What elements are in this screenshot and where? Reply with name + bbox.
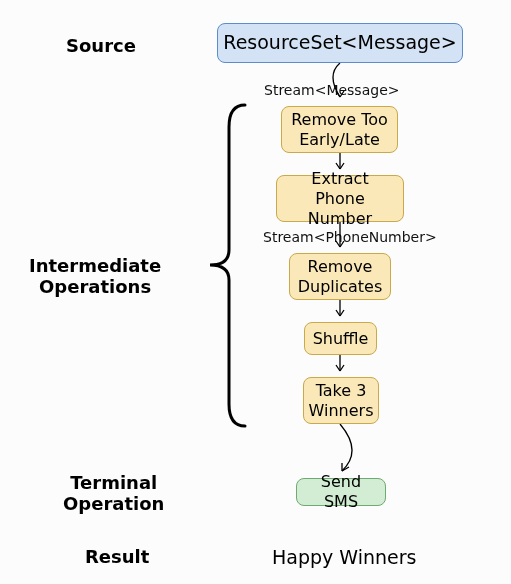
- result-text: Happy Winners: [272, 546, 416, 568]
- node-extract-phone: Extract Phone Number: [276, 175, 404, 222]
- stream-phone-label: Stream<PhoneNumber>: [263, 229, 437, 245]
- stream-message-label: Stream<Message>: [264, 82, 399, 98]
- node-remove-early-late: Remove Too Early/Late: [281, 106, 398, 153]
- node-source: ResourceSet<Message>: [217, 23, 463, 63]
- label-terminal: Terminal Operation: [63, 472, 164, 514]
- arrow-4: [333, 300, 347, 323]
- label-result: Result: [85, 546, 149, 567]
- arrow-5: [333, 355, 347, 378]
- label-source: Source: [66, 35, 136, 56]
- node-take3: Take 3 Winners: [303, 377, 379, 424]
- node-shuffle: Shuffle: [304, 322, 377, 355]
- node-send-sms: Send SMS: [296, 478, 386, 506]
- label-intermediate: Intermediate Operations: [29, 255, 161, 297]
- node-remove-dup: Remove Duplicates: [289, 253, 391, 300]
- brace-intermediate: [207, 102, 251, 429]
